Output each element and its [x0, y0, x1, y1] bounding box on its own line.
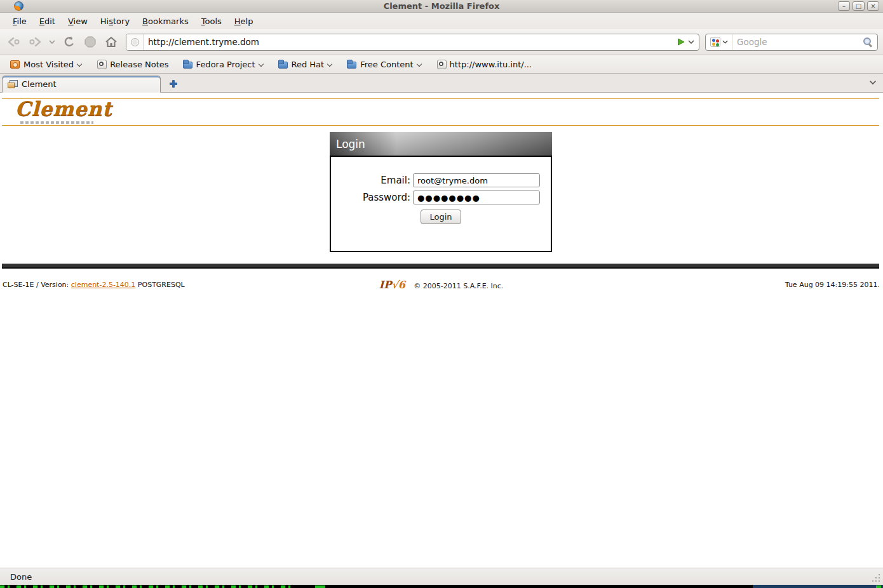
- footer-divider-bar: [2, 264, 879, 269]
- menu-bar: FileEditViewHistoryBookmarksToolsHelp: [0, 13, 883, 29]
- bookmark-item-fedora-project[interactable]: Fedora Project: [178, 58, 269, 70]
- bookmark-label: Fedora Project: [196, 60, 255, 69]
- green-dash-decoration: [315, 585, 325, 588]
- reload-icon: [63, 36, 76, 48]
- tab-bar: Clement: [0, 74, 883, 93]
- password-label: Password:: [342, 192, 413, 203]
- login-button-row: Login: [331, 210, 551, 224]
- folder-icon: [347, 60, 357, 69]
- status-bar: Done: [0, 568, 883, 585]
- title-bar: Clement - Mozilla Firefox – □ ×: [0, 0, 883, 13]
- back-forward-dropdown[interactable]: [47, 33, 57, 51]
- stop-octagon-icon: [84, 36, 96, 48]
- system-id: CL-SE-1E / Version:: [3, 281, 71, 289]
- reload-button[interactable]: [60, 33, 78, 51]
- site-logo: Clement: [15, 98, 112, 119]
- back-arrow-icon: [6, 37, 22, 47]
- go-arrow-icon[interactable]: [677, 38, 685, 46]
- search-engine-selector[interactable]: [706, 34, 732, 50]
- window-title: Clement - Mozilla Firefox: [0, 1, 883, 11]
- menu-item-history[interactable]: History: [94, 15, 136, 28]
- menu-item-bookmarks[interactable]: Bookmarks: [136, 15, 195, 28]
- list-all-tabs-button[interactable]: [869, 80, 877, 85]
- resize-grip[interactable]: [872, 573, 880, 582]
- bookmark-item-red-hat[interactable]: Red Hat: [273, 58, 339, 70]
- maximize-button[interactable]: □: [853, 1, 865, 11]
- site-identity-box[interactable]: [126, 34, 144, 50]
- chevron-down-icon: [417, 62, 422, 67]
- forward-arrow-icon: [27, 37, 43, 47]
- menu-item-view[interactable]: View: [62, 15, 94, 28]
- version-link[interactable]: clement-2.5-140.1: [71, 281, 136, 289]
- email-field[interactable]: [413, 173, 540, 187]
- logo-tagline-blur: [20, 121, 93, 124]
- window-controls: – □ ×: [838, 1, 879, 11]
- chevron-down-icon: [77, 62, 83, 67]
- back-button[interactable]: [5, 33, 23, 51]
- bookmark-item-release-notes[interactable]: Release Notes: [91, 58, 173, 70]
- page-icon: [436, 60, 447, 69]
- header-rule-top: [2, 98, 879, 99]
- database-label: POSTGRESQL: [135, 281, 184, 289]
- google-icon: [710, 37, 720, 47]
- bottom-edge-strip: [0, 585, 883, 588]
- status-text: Done: [10, 572, 32, 582]
- page-icon: [97, 60, 107, 69]
- url-bar-actions: [673, 34, 699, 50]
- plus-icon: [170, 83, 177, 85]
- forward-button[interactable]: [26, 33, 44, 51]
- bookmark-label: Most Visited: [24, 60, 74, 69]
- login-button[interactable]: Login: [421, 210, 461, 224]
- bookmark-label: Free Content: [360, 60, 413, 69]
- email-label: Email:: [342, 175, 413, 186]
- password-field[interactable]: [413, 190, 540, 204]
- page-footer: CL-SE-1E / Version: clement-2.5-140.1 PO…: [3, 281, 880, 289]
- most-visited-icon: [10, 60, 20, 69]
- chevron-down-icon: [49, 40, 55, 44]
- folder-icon: [183, 60, 193, 69]
- login-panel-header: Login: [330, 132, 552, 156]
- header-rule-bottom: [2, 125, 879, 126]
- close-button[interactable]: ×: [867, 1, 879, 11]
- home-icon: [105, 36, 118, 48]
- search-magnifier-icon[interactable]: [863, 37, 873, 47]
- search-box[interactable]: [705, 34, 878, 51]
- menu-item-edit[interactable]: Edit: [33, 15, 62, 28]
- bookmark-item-most-visited[interactable]: Most Visited: [5, 58, 88, 70]
- menu-item-tools[interactable]: Tools: [195, 15, 228, 28]
- url-bar[interactable]: [126, 34, 699, 51]
- bookmark-item-http-www-itu-int[interactable]: http://www.itu.int/...: [431, 58, 537, 70]
- menu-item-help[interactable]: Help: [228, 15, 260, 28]
- page-content: Clement Login Email: Password: Login: [0, 93, 883, 568]
- login-panel: Login Email: Password: Login: [330, 132, 552, 252]
- search-input[interactable]: [732, 37, 863, 47]
- home-button[interactable]: [102, 33, 120, 51]
- new-tab-button[interactable]: [168, 79, 179, 89]
- login-form: Email: Password: Login: [330, 156, 552, 252]
- green-dashes-decoration: [0, 585, 295, 588]
- chevron-down-icon: [259, 62, 264, 67]
- bookmark-item-free-content[interactable]: Free Content: [342, 58, 427, 70]
- menu-item-file[interactable]: File: [6, 15, 33, 28]
- tab-favicon-icon: [8, 80, 18, 88]
- tab-clement[interactable]: Clement: [2, 76, 161, 93]
- folder-icon: [278, 60, 288, 69]
- default-favicon-icon: [131, 38, 139, 46]
- tab-label: Clement: [22, 79, 57, 89]
- chevron-down-icon: [722, 40, 728, 44]
- email-row: Email:: [331, 173, 551, 187]
- copyright-text: © 2005-2011 S.A.F.E. Inc.: [414, 282, 503, 290]
- minimize-button[interactable]: –: [838, 1, 850, 11]
- ipv6-logo: IP√6: [379, 279, 405, 291]
- stop-button[interactable]: [81, 33, 99, 51]
- navy-edge-decoration: [753, 585, 883, 588]
- url-input[interactable]: [144, 37, 673, 47]
- password-row: Password:: [331, 190, 551, 204]
- footer-datetime: Tue Aug 09 14:19:55 2011.: [785, 281, 880, 289]
- bookmark-label: Release Notes: [110, 60, 168, 69]
- url-history-dropdown-icon[interactable]: [688, 40, 694, 44]
- bookmark-label: http://www.itu.int/...: [450, 60, 532, 69]
- chevron-down-icon: [327, 62, 333, 67]
- navigation-toolbar: [0, 29, 883, 55]
- bookmark-label: Red Hat: [292, 60, 325, 69]
